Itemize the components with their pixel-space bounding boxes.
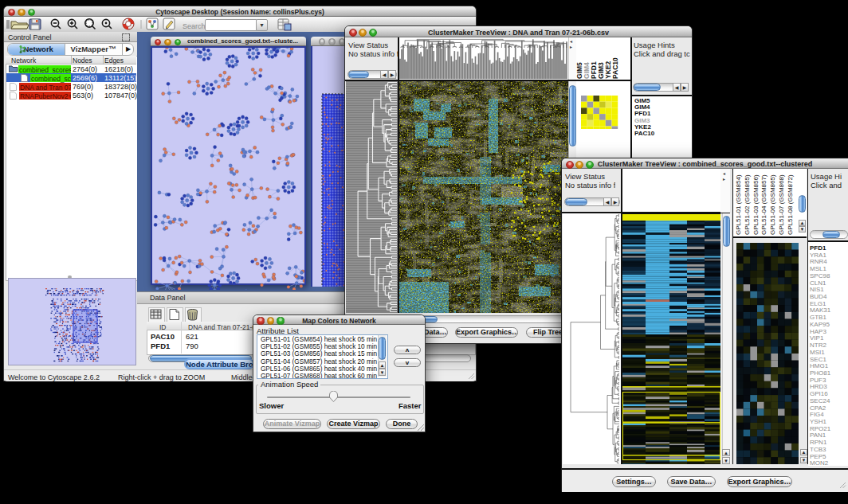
svg-text:PAC10: PAC10 (611, 57, 619, 79)
svg-text:GPL51-01 (GSM854): GPL51-01 (GSM854) (735, 174, 742, 235)
svg-text:GPL51-04 (GSM857): GPL51-04 (GSM857) (760, 174, 768, 235)
svg-text:GPL51-08 (GSM872): GPL51-08 (GSM872) (787, 174, 794, 235)
svg-text:GPL51-07 (GSM868): GPL51-07 (GSM868) (778, 174, 785, 235)
svg-text:GPL51-02 (GSM855): GPL51-02 (GSM855) (744, 174, 751, 235)
svg-text:GPL51-06 (GSM865): GPL51-06 (GSM865) (769, 174, 776, 235)
svg-text:GPL51-03 (GSM856): GPL51-03 (GSM856) (752, 174, 760, 235)
